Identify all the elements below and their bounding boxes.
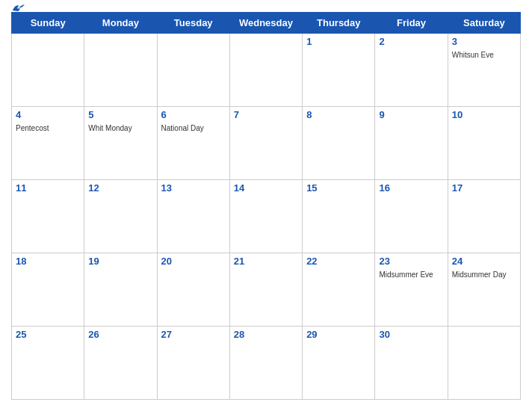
logo-blue-container — [11, 2, 26, 13]
day-number: 29 — [306, 329, 371, 340]
day-number: 28 — [234, 329, 298, 340]
day-number: 27 — [161, 329, 226, 340]
holiday-label: Whitsun Eve — [452, 51, 494, 59]
calendar-cell: 3Whitsun Eve — [448, 34, 520, 107]
calendar-cell: 17 — [448, 180, 520, 253]
holiday-label: Whit Monday — [88, 124, 132, 132]
day-number: 9 — [379, 109, 443, 120]
day-of-week-header: Sunday — [12, 13, 84, 34]
calendar-cell: 25 — [12, 327, 84, 400]
calendar-cell: 30 — [375, 327, 448, 400]
day-number: 18 — [16, 256, 80, 267]
calendar-cell: 26 — [84, 327, 157, 400]
calendar-cell: 28 — [229, 327, 302, 400]
day-number: 10 — [452, 109, 516, 120]
calendar-cell: 24Midsummer Day — [448, 253, 520, 327]
day-number: 22 — [306, 256, 371, 267]
calendar-cell: 21 — [229, 253, 302, 327]
day-number: 8 — [306, 109, 371, 120]
day-number: 23 — [379, 256, 443, 267]
day-number: 21 — [234, 256, 298, 267]
day-of-week-header: Saturday — [448, 13, 520, 34]
calendar-cell: 16 — [375, 180, 448, 253]
holiday-label: Midsummer Day — [452, 271, 507, 279]
calendar-cell: 4Pentecost — [12, 107, 84, 180]
day-number: 4 — [16, 109, 80, 120]
calendar-cell: 10 — [448, 107, 520, 180]
day-number: 14 — [234, 182, 298, 194]
day-number: 30 — [379, 329, 443, 340]
calendar-cell: 22 — [303, 253, 375, 327]
day-number: 5 — [88, 109, 152, 120]
day-number: 17 — [452, 182, 516, 194]
calendar-cell: 12 — [84, 180, 157, 253]
calendar-week-row: 181920212223Midsummer Eve24Midsummer Day — [12, 253, 521, 327]
day-number: 2 — [379, 36, 443, 47]
day-number: 1 — [306, 36, 371, 47]
calendar-cell — [229, 34, 302, 107]
calendar-table: SundayMondayTuesdayWednesdayThursdayFrid… — [11, 12, 521, 400]
calendar-cell: 27 — [157, 327, 229, 400]
day-of-week-header: Tuesday — [157, 13, 229, 34]
calendar-cell: 19 — [84, 253, 157, 327]
calendar-cell: 13 — [157, 180, 229, 253]
day-number: 16 — [379, 182, 443, 194]
day-number: 11 — [16, 182, 80, 194]
calendar-cell: 23Midsummer Eve — [375, 253, 448, 327]
calendar-cell: 2 — [375, 34, 448, 107]
calendar-cell: 14 — [229, 180, 302, 253]
calendar-cell: 1 — [303, 34, 375, 107]
day-number: 24 — [452, 256, 516, 267]
calendar-cell: 18 — [12, 253, 84, 327]
day-number: 15 — [306, 182, 371, 194]
calendar-cell: 20 — [157, 253, 229, 327]
calendar-cell — [157, 34, 229, 107]
calendar-cell: 7 — [229, 107, 302, 180]
logo-bird-icon — [11, 2, 25, 13]
day-number: 3 — [452, 36, 516, 47]
calendar-cell: 5Whit Monday — [84, 107, 157, 180]
holiday-label: Pentecost — [16, 124, 49, 132]
day-of-week-header: Thursday — [303, 13, 375, 34]
calendar-week-row: 252627282930 — [12, 327, 521, 400]
calendar-week-row: 11121314151617 — [12, 180, 521, 253]
day-number: 6 — [161, 109, 226, 120]
days-of-week-row: SundayMondayTuesdayWednesdayThursdayFrid… — [12, 13, 521, 34]
calendar-cell: 8 — [303, 107, 375, 180]
calendar-header-row: SundayMondayTuesdayWednesdayThursdayFrid… — [12, 13, 521, 34]
day-of-week-header: Friday — [375, 13, 448, 34]
day-number: 12 — [88, 182, 152, 194]
day-number: 19 — [88, 256, 152, 267]
calendar-cell — [12, 34, 84, 107]
day-number: 26 — [88, 329, 152, 340]
calendar-body: 123Whitsun Eve4Pentecost5Whit Monday6Nat… — [12, 34, 521, 400]
calendar-cell: 9 — [375, 107, 448, 180]
day-number: 25 — [16, 329, 80, 340]
calendar-cell: 6National Day — [157, 107, 229, 180]
calendar-cell — [448, 327, 520, 400]
calendar-week-row: 4Pentecost5Whit Monday6National Day78910 — [12, 107, 521, 180]
calendar-cell: 29 — [303, 327, 375, 400]
holiday-label: National Day — [161, 124, 204, 132]
day-number: 7 — [234, 109, 298, 120]
day-number: 20 — [161, 256, 226, 267]
calendar-cell: 15 — [303, 180, 375, 253]
calendar-cell — [84, 34, 157, 107]
holiday-label: Midsummer Eve — [379, 271, 433, 279]
calendar-cell: 11 — [12, 180, 84, 253]
logo — [11, 2, 26, 13]
day-of-week-header: Monday — [84, 13, 157, 34]
day-number: 13 — [161, 182, 226, 194]
calendar-week-row: 123Whitsun Eve — [12, 34, 521, 107]
day-of-week-header: Wednesday — [229, 13, 302, 34]
